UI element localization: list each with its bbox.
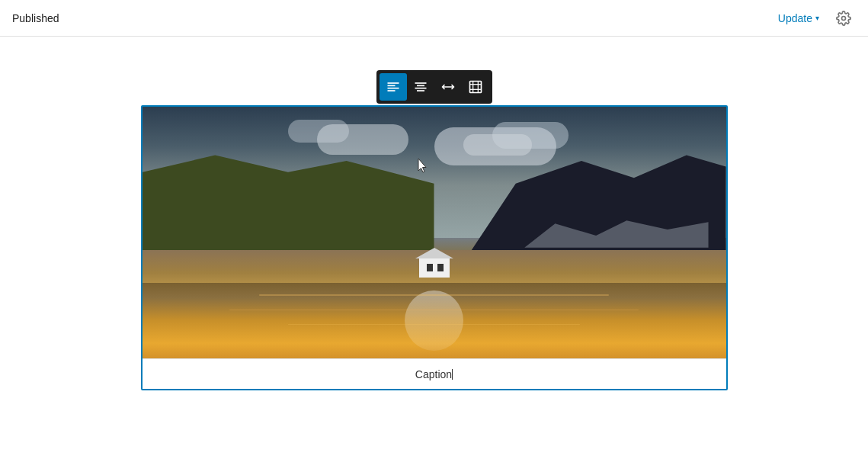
svg-rect-9 [469, 82, 481, 93]
house [415, 249, 453, 278]
svg-rect-1 [387, 82, 399, 84]
svg-rect-7 [415, 88, 426, 89]
svg-rect-3 [387, 88, 399, 89]
svg-rect-4 [387, 90, 395, 91]
wide-width-icon [440, 79, 456, 95]
house-window-left [427, 264, 433, 271]
update-button[interactable]: Update ▾ [772, 9, 825, 27]
water [143, 283, 726, 358]
svg-rect-2 [387, 85, 395, 87]
top-bar-actions: Update ▾ [772, 6, 856, 30]
published-status: Published [12, 12, 59, 24]
water-shimmer [259, 294, 610, 296]
full-width-icon [468, 79, 483, 95]
caption-cursor [452, 369, 453, 380]
block-toolbar [376, 70, 492, 104]
align-center-icon [413, 79, 428, 95]
image-block[interactable]: Caption [141, 105, 728, 390]
svg-point-0 [842, 16, 846, 20]
image-block-wrapper: Caption [141, 105, 728, 390]
house-roof [415, 248, 453, 258]
main-content: Caption [0, 37, 868, 421]
align-left-button[interactable] [380, 73, 407, 101]
full-width-button[interactable] [462, 73, 489, 101]
water-shimmer-2 [229, 310, 638, 310]
update-label: Update [778, 12, 812, 24]
align-center-button[interactable] [407, 73, 434, 101]
house-body [419, 258, 450, 278]
house-windows [427, 264, 444, 271]
image-area [143, 107, 726, 358]
svg-rect-6 [417, 85, 424, 87]
caption-container: Caption [155, 368, 714, 381]
gear-icon [836, 11, 851, 26]
house-window-right [437, 264, 444, 271]
svg-rect-8 [417, 90, 424, 91]
wide-width-button[interactable] [434, 73, 462, 101]
caption-text[interactable]: Caption [415, 368, 452, 380]
scene [143, 107, 726, 358]
svg-rect-5 [415, 82, 426, 84]
settings-button[interactable] [831, 6, 856, 30]
water-reflection [405, 290, 463, 351]
top-bar: Published Update ▾ [0, 0, 868, 37]
align-left-icon [386, 79, 401, 95]
update-chevron-icon: ▾ [815, 14, 819, 22]
caption-area[interactable]: Caption [143, 358, 726, 389]
